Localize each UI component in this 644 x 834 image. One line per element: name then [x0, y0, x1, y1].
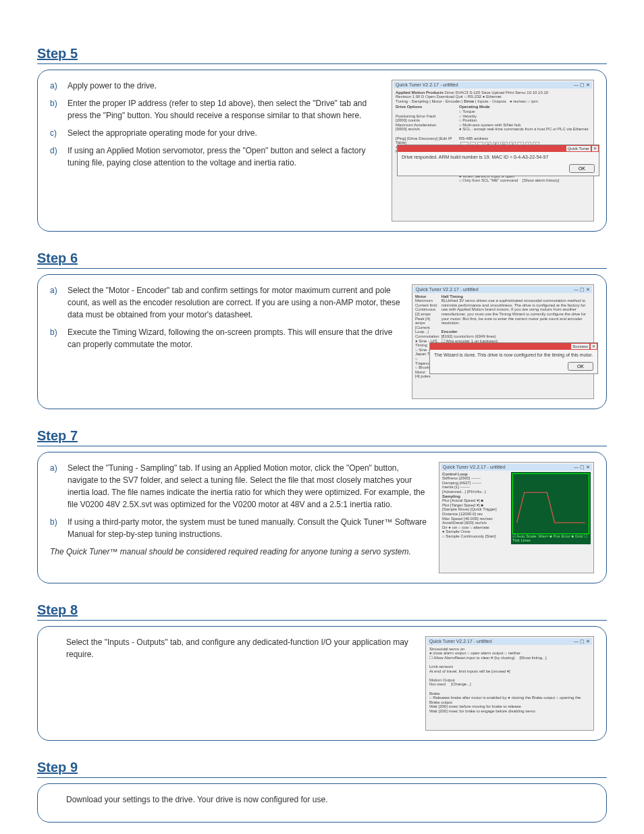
- step8-screenshot: Quick Tuner V2.2.17 - untitled— ▢ ✕ Sinu…: [425, 636, 594, 731]
- step7-b: If using a third-party motor, the system…: [68, 516, 429, 540]
- step9-text: Download your settings to the drive. You…: [66, 793, 594, 806]
- step5-b: Enter the proper IP address (refer to st…: [68, 97, 382, 122]
- step7-note: The Quick Tuner™ manual should be consid…: [50, 546, 429, 558]
- marker-b: b): [50, 516, 68, 540]
- marker-b: b): [50, 97, 68, 122]
- step5-a: Apply power to the drive.: [68, 80, 157, 92]
- marker-d: d): [50, 145, 68, 169]
- step-6-heading: Step 6: [37, 248, 607, 269]
- marker-a: a): [50, 462, 68, 511]
- step8-text: Select the "Inputs - Outputs" tab, and c…: [66, 636, 416, 660]
- step7-a: Select the "Tuning - Sampling" tab. If u…: [68, 462, 429, 511]
- step5-d: If using an Applied Motion servomotor, p…: [68, 145, 382, 169]
- step-6-box: a)Select the "Motor - Encoder" tab and c…: [37, 274, 607, 409]
- step6-popup: Success✕ The Wizard is done. This drive …: [429, 342, 598, 374]
- marker-b: b): [50, 326, 68, 350]
- step5-popup: Quick Tuner✕ Drive responded. ARM build …: [397, 145, 599, 176]
- marker-a: a): [50, 284, 68, 321]
- step-7-box: a)Select the "Tuning - Sampling" tab. If…: [37, 452, 607, 583]
- step5-c: Select the appropriate operating mode fo…: [68, 127, 257, 139]
- step-5-heading: Step 5: [37, 43, 607, 64]
- ok-button[interactable]: OK: [569, 164, 595, 173]
- step6-a: Select the "Motor - Encoder" tab and con…: [68, 284, 402, 321]
- step-7-heading: Step 7: [37, 425, 607, 446]
- step6-screenshot: Quick Tuner V2.2.17 - untitled— ▢ ✕ Moto…: [412, 284, 594, 399]
- step7-screenshot: Quick Tuner V2.2.17 - untitled— ▢ ✕ Cont…: [439, 462, 594, 573]
- step-8-box: Select the "Inputs - Outputs" tab, and c…: [37, 626, 607, 741]
- step-5-box: a)Apply power to the drive. b)Enter the …: [37, 70, 607, 232]
- ok-button[interactable]: OK: [568, 362, 593, 371]
- step6-b: Execute the Timing Wizard, following the…: [68, 326, 402, 350]
- step-8-heading: Step 8: [37, 600, 607, 621]
- step-9-box: Download your settings to the drive. You…: [37, 783, 607, 823]
- marker-c: c): [50, 127, 68, 139]
- marker-a: a): [50, 80, 68, 92]
- step-9-heading: Step 9: [37, 757, 607, 778]
